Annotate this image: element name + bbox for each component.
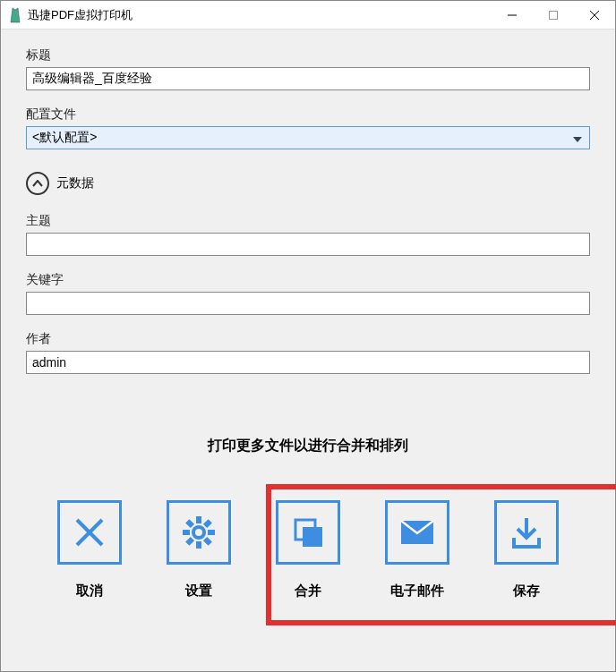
download-icon <box>494 500 559 565</box>
email-icon <box>385 500 449 565</box>
svg-rect-13 <box>185 519 194 528</box>
settings-button[interactable]: 设置 <box>154 500 244 600</box>
x-icon <box>57 500 122 565</box>
cancel-button[interactable]: 取消 <box>45 500 134 600</box>
subject-input[interactable] <box>26 233 590 256</box>
chevron-up-icon <box>26 172 49 195</box>
metadata-header: 元数据 <box>56 175 94 191</box>
author-input[interactable] <box>26 351 590 374</box>
email-button[interactable]: 电子邮件 <box>372 500 462 600</box>
subject-field: 主题 <box>26 213 590 256</box>
config-label: 配置文件 <box>26 106 590 123</box>
author-field: 作者 <box>26 331 590 374</box>
svg-point-6 <box>193 527 204 538</box>
svg-rect-16 <box>303 527 322 547</box>
chevron-down-icon <box>573 131 582 145</box>
svg-rect-9 <box>183 530 190 535</box>
save-button[interactable]: 保存 <box>482 500 571 600</box>
merge-button[interactable]: 合并 <box>263 500 353 600</box>
minimize-button[interactable] <box>492 1 533 29</box>
instruction-text: 打印更多文件以进行合并和排列 <box>26 437 590 455</box>
svg-rect-7 <box>196 516 201 523</box>
app-window: 迅捷PDF虚拟打印机 标题 配置文件 <默认配置> <box>0 0 616 672</box>
content-area: 标题 配置文件 <默认配置> 元数据 主题 关键字 <box>1 30 615 626</box>
keywords-input[interactable] <box>26 292 590 315</box>
cancel-label: 取消 <box>76 583 103 600</box>
close-button[interactable] <box>574 1 615 29</box>
svg-rect-8 <box>196 541 201 549</box>
save-label: 保存 <box>513 583 540 600</box>
window-controls <box>492 1 615 29</box>
merge-label: 合并 <box>295 583 321 600</box>
window-title: 迅捷PDF虚拟打印机 <box>28 7 492 23</box>
subject-label: 主题 <box>26 213 590 229</box>
gear-icon <box>167 500 231 565</box>
title-field: 标题 <box>26 47 590 90</box>
svg-rect-10 <box>208 530 215 535</box>
config-select[interactable]: <默认配置> <box>26 126 590 149</box>
title-label: 标题 <box>26 47 590 64</box>
svg-rect-14 <box>203 537 212 546</box>
maximize-button[interactable] <box>533 1 574 29</box>
settings-label: 设置 <box>185 583 212 600</box>
svg-rect-1 <box>550 11 558 19</box>
config-field: 配置文件 <默认配置> <box>26 106 590 149</box>
copy-icon <box>276 500 340 565</box>
action-buttons-row: 取消 设置 <box>26 500 590 626</box>
keywords-label: 关键字 <box>26 272 590 288</box>
config-selected-value: <默认配置> <box>32 130 97 146</box>
title-input[interactable] <box>26 67 590 90</box>
svg-rect-12 <box>185 537 194 546</box>
svg-rect-11 <box>203 519 212 528</box>
keywords-field: 关键字 <box>26 272 590 315</box>
author-label: 作者 <box>26 331 590 347</box>
email-label: 电子邮件 <box>390 583 444 600</box>
app-icon <box>8 6 22 24</box>
titlebar: 迅捷PDF虚拟打印机 <box>1 1 615 30</box>
metadata-toggle[interactable]: 元数据 <box>26 172 590 195</box>
